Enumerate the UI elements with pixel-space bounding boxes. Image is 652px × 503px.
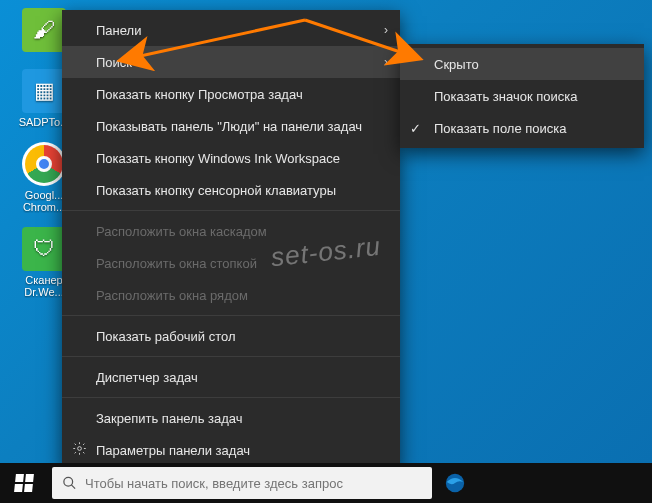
paint-icon: 🖌 [22, 8, 66, 52]
menu-item[interactable]: Параметры панели задач [62, 434, 400, 466]
menu-item[interactable]: Показать кнопку Windows Ink Workspace [62, 142, 400, 174]
search-icon [62, 475, 77, 491]
menu-item[interactable]: Закрепить панель задач [62, 402, 400, 434]
desktop-icon-label: Chrom... [23, 201, 65, 213]
menu-item-label: Показать рабочий стол [96, 329, 235, 344]
menu-item: Расположить окна рядом [62, 279, 400, 311]
menu-item-label: Показать кнопку сенсорной клавиатуры [96, 183, 336, 198]
submenu-item[interactable]: Показать значок поиска [400, 80, 644, 112]
desktop-icon-label: Googl... [25, 189, 64, 201]
edge-icon [444, 472, 466, 494]
menu-separator [62, 356, 400, 357]
taskbar-context-menu: Панели›Поиск›Показать кнопку Просмотра з… [62, 10, 400, 470]
menu-item-label: Показывать панель "Люди" на панели задач [96, 119, 362, 134]
desktop-icon-label: Сканер [25, 274, 62, 286]
menu-separator [62, 210, 400, 211]
menu-item: Расположить окна стопкой [62, 247, 400, 279]
taskbar-search-box[interactable] [52, 467, 432, 499]
menu-item[interactable]: Поиск› [62, 46, 400, 78]
sadp-icon: ▦ [22, 69, 66, 113]
menu-item-label: Расположить окна каскадом [96, 224, 267, 239]
menu-item-label: Показать кнопку Просмотра задач [96, 87, 303, 102]
scanner-icon: 🛡 [22, 227, 66, 271]
svg-point-1 [64, 477, 73, 486]
check-icon: ✓ [410, 121, 421, 136]
menu-item[interactable]: Показать рабочий стол [62, 320, 400, 352]
chevron-right-icon: › [384, 23, 388, 37]
svg-line-2 [71, 485, 75, 489]
menu-item: Расположить окна каскадом [62, 215, 400, 247]
menu-item[interactable]: Показать кнопку Просмотра задач [62, 78, 400, 110]
menu-separator [62, 397, 400, 398]
menu-item[interactable]: Показывать панель "Люди" на панели задач [62, 110, 400, 142]
search-input[interactable] [85, 476, 422, 491]
menu-item[interactable]: Панели› [62, 14, 400, 46]
menu-item-label: Диспетчер задач [96, 370, 198, 385]
menu-item[interactable]: Диспетчер задач [62, 361, 400, 393]
submenu-item[interactable]: ✓Показать поле поиска [400, 112, 644, 144]
desktop-icon-label: Dr.We... [24, 286, 64, 298]
search-submenu: СкрытоПоказать значок поиска✓Показать по… [400, 44, 644, 148]
submenu-item-label: Показать поле поиска [434, 121, 567, 136]
windows-logo-icon [14, 474, 34, 492]
svg-point-0 [78, 447, 82, 451]
taskbar-icon-edge[interactable] [432, 463, 478, 503]
menu-item-label: Закрепить панель задач [96, 411, 243, 426]
submenu-item-label: Показать значок поиска [434, 89, 578, 104]
menu-item-label: Расположить окна стопкой [96, 256, 257, 271]
start-button[interactable] [0, 463, 48, 503]
menu-item[interactable]: Показать кнопку сенсорной клавиатуры [62, 174, 400, 206]
menu-separator [62, 315, 400, 316]
menu-item-label: Параметры панели задач [96, 443, 250, 458]
submenu-item-label: Скрыто [434, 57, 479, 72]
menu-item-label: Расположить окна рядом [96, 288, 248, 303]
menu-item-label: Панели [96, 23, 141, 38]
menu-item-label: Показать кнопку Windows Ink Workspace [96, 151, 340, 166]
gear-icon [72, 441, 87, 459]
chevron-right-icon: › [384, 55, 388, 69]
desktop: 🖌 ▦ SADPTo... Googl... Chrom... 🛡 Сканер… [0, 0, 652, 503]
chrome-icon [22, 142, 66, 186]
menu-item-label: Поиск [96, 55, 132, 70]
submenu-item[interactable]: Скрыто [400, 48, 644, 80]
taskbar [0, 463, 652, 503]
